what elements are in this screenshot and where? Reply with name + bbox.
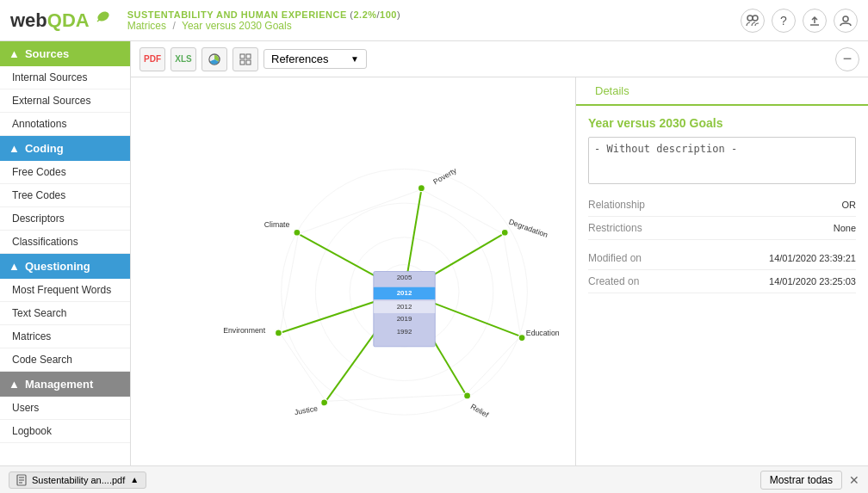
- svg-text:2012: 2012: [397, 303, 412, 311]
- grid-button[interactable]: [232, 47, 258, 71]
- svg-rect-6: [240, 54, 245, 59]
- topbar: webQDA SUSTENTABILITY AND HUMAN EXPERIEN…: [0, 0, 868, 41]
- sidebar-item-free-codes[interactable]: Free Codes: [0, 161, 130, 184]
- top-icons: ?: [741, 9, 858, 33]
- svg-line-24: [326, 394, 466, 401]
- main: ▲ Sources Internal Sources External Sour…: [0, 41, 868, 465]
- contacts-icon[interactable]: [741, 9, 765, 33]
- svg-point-40: [518, 335, 525, 342]
- breadcrumb-part1: Matrices: [127, 20, 166, 32]
- sidebar-item-external-sources[interactable]: External Sources: [0, 89, 130, 113]
- svg-line-27: [298, 189, 421, 234]
- references-label: References: [271, 52, 328, 65]
- sidebar-item-most-frequent[interactable]: Most Frequent Words: [0, 279, 130, 302]
- sidebar-item-internal-sources[interactable]: Internal Sources: [0, 66, 130, 89]
- sidebar-item-classifications[interactable]: Classifications: [0, 231, 130, 254]
- svg-point-3: [753, 15, 758, 21]
- details-relationship-row: Relationship OR: [588, 194, 856, 217]
- svg-rect-8: [240, 60, 245, 65]
- details-description[interactable]: [588, 137, 856, 184]
- breadcrumb-part2: Year versus 2030 Goals: [182, 20, 292, 32]
- relationship-value: OR: [842, 200, 857, 210]
- sidebar-item-users[interactable]: Users: [0, 397, 130, 420]
- help-icon[interactable]: ?: [772, 9, 796, 33]
- pdf-button[interactable]: PDF: [140, 47, 165, 71]
- project-progress: 2.2%: [353, 9, 376, 20]
- sidebar-item-logbook[interactable]: Logbook: [0, 420, 130, 443]
- sidebar-questioning-header[interactable]: ▲ Questioning: [0, 254, 130, 279]
- svg-point-38: [501, 229, 508, 236]
- file-tag: Sustentability an....pdf ▲: [9, 471, 146, 489]
- sidebar-item-tree-codes[interactable]: Tree Codes: [0, 184, 130, 207]
- details-tab[interactable]: Details: [585, 77, 640, 106]
- upload-icon[interactable]: [803, 9, 827, 33]
- svg-text:2005: 2005: [397, 274, 412, 281]
- details-tabs: Details: [576, 77, 868, 106]
- project-name: SUSTENTABILITY AND HUMAN EXPERIENCE: [127, 9, 347, 20]
- chevron-sources: ▲: [9, 47, 20, 60]
- restrictions-value: None: [834, 223, 856, 233]
- close-bottombar-button[interactable]: ✕: [849, 473, 859, 487]
- chevron-questioning: ▲: [9, 260, 20, 273]
- svg-text:Education: Education: [526, 329, 560, 337]
- svg-point-44: [321, 399, 328, 406]
- chart-button[interactable]: [202, 47, 227, 71]
- sidebar-item-matrices[interactable]: Matrices: [0, 325, 130, 348]
- details-panel: Details Year versus 2030 Goals document.…: [575, 77, 868, 465]
- sidebar-management-header[interactable]: ▲ Management: [0, 372, 130, 397]
- svg-line-21: [421, 189, 503, 234]
- svg-text:Relief: Relief: [469, 402, 491, 419]
- bottombar: Sustentability an....pdf ▲ Mostrar todas…: [0, 465, 868, 493]
- project-info: SUSTENTABILITY AND HUMAN EXPERIENCE (2.2…: [127, 9, 741, 32]
- created-value: 14/01/2020 23:25:03: [769, 276, 856, 287]
- svg-text:Climate: Climate: [264, 220, 290, 229]
- svg-text:2019: 2019: [397, 315, 412, 323]
- sidebar-coding-header[interactable]: ▲ Coding: [0, 136, 130, 161]
- mindmap: 2005 2012 2012 2019 1992 Poverty Degrada…: [131, 77, 575, 465]
- xls-button[interactable]: XLS: [170, 47, 196, 71]
- details-created-row: Created on 14/01/2020 23:25:03: [588, 270, 856, 293]
- svg-rect-7: [246, 54, 251, 59]
- svg-point-46: [276, 330, 282, 336]
- sidebar-sources-label: Sources: [25, 47, 69, 60]
- sidebar-questioning-label: Questioning: [25, 260, 90, 273]
- svg-text:2012: 2012: [397, 289, 412, 297]
- sidebar: ▲ Sources Internal Sources External Sour…: [0, 41, 131, 465]
- svg-text:1992: 1992: [397, 328, 412, 336]
- logo-qda: QDA: [47, 9, 90, 32]
- logo-leaf: [91, 9, 110, 31]
- chevron-up-icon: ▲: [130, 475, 139, 484]
- svg-text:Environment: Environment: [223, 326, 266, 335]
- svg-point-48: [294, 229, 301, 236]
- created-label: Created on: [588, 275, 639, 287]
- sidebar-item-annotations[interactable]: Annotations: [0, 113, 130, 136]
- logo: webQDA: [10, 9, 110, 32]
- svg-text:Justice: Justice: [294, 404, 319, 417]
- breadcrumb-separator: /: [172, 20, 178, 32]
- svg-line-23: [466, 336, 521, 394]
- collapse-button[interactable]: −: [835, 47, 859, 71]
- user-icon[interactable]: [834, 9, 858, 33]
- toolbar: PDF XLS References ▼ −: [131, 41, 868, 77]
- file-name: Sustentability an....pdf: [32, 475, 125, 485]
- references-dropdown[interactable]: References ▼: [264, 49, 367, 69]
- logo-web: web: [10, 9, 47, 32]
- file-icon: [16, 474, 27, 486]
- svg-point-36: [418, 185, 425, 192]
- sidebar-item-code-search[interactable]: Code Search: [0, 348, 130, 372]
- svg-point-2: [747, 15, 753, 21]
- work-area: 2005 2012 2012 2019 1992 Poverty Degrada…: [131, 77, 868, 465]
- svg-point-4: [843, 16, 848, 22]
- show-all-button[interactable]: Mostrar todas: [760, 471, 842, 490]
- restrictions-label: Restrictions: [588, 222, 642, 234]
- chevron-coding: ▲: [9, 142, 20, 155]
- sidebar-coding-label: Coding: [25, 142, 64, 155]
- content: PDF XLS References ▼ −: [131, 41, 868, 465]
- sidebar-management-label: Management: [25, 378, 93, 391]
- sidebar-item-text-search[interactable]: Text Search: [0, 302, 130, 325]
- sidebar-sources-header[interactable]: ▲ Sources: [0, 41, 130, 66]
- svg-point-42: [464, 392, 471, 399]
- modified-value: 14/01/2020 23:39:21: [769, 253, 856, 263]
- sidebar-item-descriptors[interactable]: Descriptors: [0, 207, 130, 231]
- chevron-management: ▲: [9, 378, 20, 391]
